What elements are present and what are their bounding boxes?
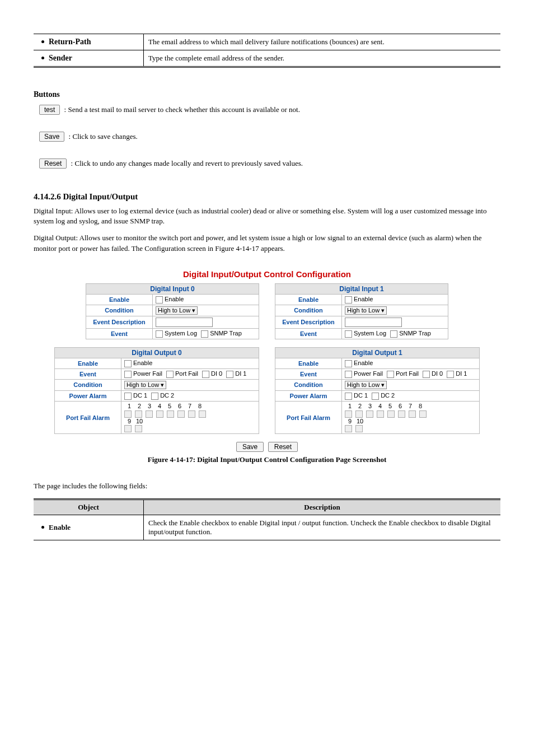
- do1-condition-label: Condition: [275, 379, 342, 390]
- do0-port6-cb[interactable]: [177, 410, 185, 418]
- save-button[interactable]: Save: [39, 132, 64, 142]
- do1-di0-cb[interactable]: [423, 371, 430, 378]
- di1-condition-select[interactable]: High to Low ▾: [345, 306, 387, 315]
- do1-event-label: Event: [275, 368, 342, 379]
- section-heading: 4.14.2.6 Digital Input/Output: [34, 192, 500, 202]
- di0-table: Enable Enable Condition High to Low ▾ Ev…: [86, 294, 259, 339]
- do1-ports-1-8: 12345678: [345, 403, 476, 410]
- reset-button[interactable]: Reset: [268, 442, 298, 452]
- do0-port7-cb[interactable]: [188, 410, 195, 418]
- do0-port10-cb[interactable]: [135, 425, 142, 432]
- di0-enable-checkbox[interactable]: [156, 296, 163, 304]
- di1-header: Digital Input 1: [275, 283, 448, 294]
- intro-para-2: Digital Output: Allows user to monitor t…: [34, 233, 500, 253]
- do0-condition-select[interactable]: High to Low ▾: [124, 381, 166, 389]
- do0-port3-cb[interactable]: [146, 410, 153, 418]
- do0-port2-cb[interactable]: [135, 410, 142, 418]
- di0-syslog-checkbox[interactable]: [156, 330, 163, 338]
- save-button[interactable]: Save: [236, 442, 264, 452]
- figure-caption: Figure 4-14-17: Digital Input/Output Con…: [34, 455, 500, 464]
- do0-poweralarm-label: Power Alarm: [55, 390, 121, 401]
- do1-dc1-cb[interactable]: [345, 393, 352, 400]
- di1-eventdesc-label: Event Description: [275, 316, 342, 328]
- do1-portfail-cb[interactable]: [387, 371, 394, 378]
- do0-table: Enable Enable Event Power Fail Port Fail…: [54, 358, 259, 435]
- di0-header: Digital Input 0: [86, 283, 259, 294]
- object-table-bottom: Object Description Enable Check the Enab…: [34, 498, 500, 540]
- do1-condition-select[interactable]: High to Low ▾: [345, 381, 387, 389]
- do0-condition-label: Condition: [55, 379, 121, 390]
- do0-header: Digital Output 0: [54, 347, 259, 358]
- di1-enable-checkbox[interactable]: [345, 296, 352, 304]
- di1-syslog-checkbox[interactable]: [345, 330, 352, 338]
- do1-header: Digital Output 1: [275, 347, 480, 358]
- intro-para-1: Digital Input: Allows user to log extern…: [34, 206, 500, 226]
- do0-port8-cb[interactable]: [199, 410, 206, 418]
- do1-port1-cb[interactable]: [345, 410, 352, 418]
- reset-button-desc: : Click to undo any changes made locally…: [71, 159, 303, 167]
- lower-intro: The page includes the following fields:: [34, 481, 500, 491]
- do0-enable-checkbox[interactable]: [124, 360, 132, 367]
- di1-snmptrap-checkbox[interactable]: [390, 330, 397, 338]
- obj-desc: The email address to which mail delivery…: [144, 34, 501, 50]
- di1-enable-label: Enable: [275, 294, 342, 305]
- do1-port3-cb[interactable]: [366, 410, 373, 418]
- do1-port2-cb[interactable]: [355, 410, 363, 418]
- enable-obj-desc: Check the Enable checkbox to enable Digi…: [144, 515, 501, 540]
- do1-di1-cb[interactable]: [447, 371, 454, 378]
- do1-ports-9-10: 910: [345, 418, 476, 425]
- do0-powerfail-cb[interactable]: [124, 371, 132, 378]
- do0-ports-9-10: 910: [124, 418, 256, 425]
- do0-portfail-cb[interactable]: [166, 371, 174, 378]
- do1-portfail-label: Port Fail Alarm: [275, 401, 342, 434]
- di0-eventdesc-label: Event Description: [86, 316, 153, 328]
- do1-port7-cb[interactable]: [409, 410, 416, 418]
- di0-enable-label: Enable: [86, 294, 153, 305]
- do1-port6-cb[interactable]: [398, 410, 405, 418]
- do1-poweralarm-label: Power Alarm: [275, 390, 342, 401]
- reset-button[interactable]: Reset: [39, 158, 67, 169]
- do1-port9-cb[interactable]: [345, 425, 352, 432]
- object-table-top: Return-PathThe email address to which ma…: [34, 34, 500, 68]
- do0-enable-label: Enable: [55, 358, 121, 368]
- do1-enable-checkbox[interactable]: [345, 360, 352, 367]
- di1-condition-label: Condition: [275, 305, 342, 316]
- buttons-heading: Buttons: [34, 90, 60, 99]
- di1-eventdesc-input[interactable]: [345, 318, 402, 327]
- do0-port9-cb[interactable]: [124, 425, 132, 432]
- do0-event-label: Event: [55, 368, 121, 379]
- di0-event-label: Event: [86, 328, 153, 339]
- di0-eventdesc-input[interactable]: [156, 318, 213, 327]
- dio-config-figure: Digital Input/Output Control Configurati…: [54, 269, 480, 452]
- do1-port4-cb[interactable]: [377, 410, 384, 418]
- enable-obj-label: Enable: [49, 523, 71, 531]
- do0-ports-1-8: 12345678: [124, 403, 256, 410]
- do0-port4-cb[interactable]: [156, 410, 163, 418]
- di1-event-label: Event: [275, 328, 342, 339]
- obj-label: Return-Path: [49, 38, 91, 46]
- do0-portfail-label: Port Fail Alarm: [55, 401, 121, 434]
- do1-port8-cb[interactable]: [419, 410, 427, 418]
- save-button-desc: : Click to save changes.: [69, 132, 138, 141]
- do0-dc2-cb[interactable]: [151, 393, 158, 400]
- do1-port5-cb[interactable]: [387, 410, 395, 418]
- figure-title: Digital Input/Output Control Configurati…: [54, 269, 480, 279]
- do1-table: Enable Enable Event Power Fail Port Fail…: [275, 358, 480, 435]
- do1-powerfail-cb[interactable]: [345, 371, 352, 378]
- do0-port1-cb[interactable]: [124, 410, 132, 418]
- col-description: Description: [144, 499, 501, 515]
- di1-table: Enable Enable Condition High to Low ▾ Ev…: [275, 294, 448, 339]
- col-object: Object: [34, 499, 144, 515]
- test-button[interactable]: test: [39, 105, 60, 115]
- do0-di1-cb[interactable]: [226, 371, 233, 378]
- test-button-desc: : Send a test mail to mail server to che…: [64, 105, 300, 114]
- do1-enable-label: Enable: [275, 358, 342, 368]
- di0-snmptrap-checkbox[interactable]: [201, 330, 208, 338]
- do0-dc1-cb[interactable]: [124, 393, 132, 400]
- di0-condition-select[interactable]: High to Low ▾: [156, 306, 198, 315]
- do1-port10-cb[interactable]: [355, 425, 363, 432]
- obj-label: Sender: [49, 54, 72, 62]
- do0-di0-cb[interactable]: [202, 371, 209, 378]
- do0-port5-cb[interactable]: [167, 410, 174, 418]
- do1-dc2-cb[interactable]: [372, 393, 379, 400]
